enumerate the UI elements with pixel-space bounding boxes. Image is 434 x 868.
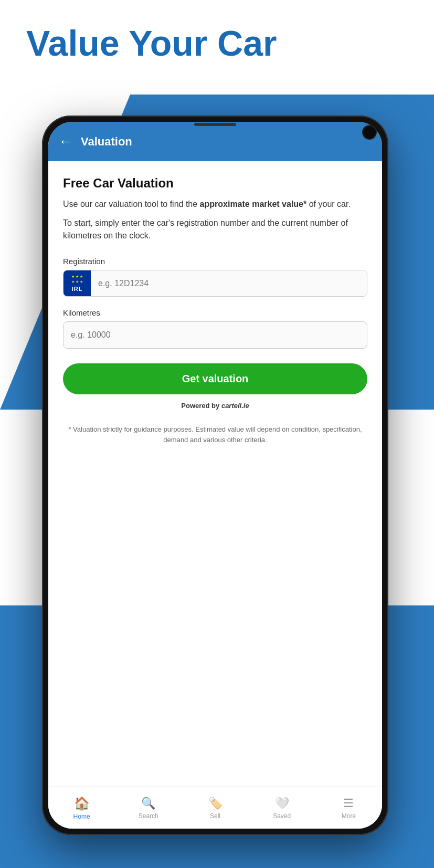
desc1-bold: approximate market value* xyxy=(200,200,307,208)
home-icon: 🏠 xyxy=(74,796,90,811)
cartell-brand: cartell.ie xyxy=(221,402,249,410)
irl-stars: ★ ★ ★ ★ ★ ★ xyxy=(71,275,83,284)
registration-label: Registration xyxy=(63,257,367,266)
nav-saved[interactable]: 🤍 Saved xyxy=(249,797,315,820)
registration-input-wrapper: ★ ★ ★ ★ ★ ★ IRL xyxy=(63,270,367,297)
nav-search[interactable]: 🔍 Search xyxy=(115,797,182,820)
desc1-end: of your car. xyxy=(306,200,351,208)
search-icon: 🔍 xyxy=(141,797,155,810)
section-title: Free Car Valuation xyxy=(63,176,367,191)
get-valuation-button[interactable]: Get valuation xyxy=(63,363,367,394)
app-content: Free Car Valuation Use our car valuation… xyxy=(48,161,382,787)
nav-more[interactable]: ☰ More xyxy=(315,797,382,820)
back-button[interactable]: ← xyxy=(59,133,72,150)
description-2: To start, simply enter the car's registr… xyxy=(63,217,367,242)
nav-home-label: Home xyxy=(73,813,90,820)
star-1: ★ xyxy=(71,275,75,279)
app-header: ← Valuation xyxy=(48,122,382,161)
page-title: Value Your Car xyxy=(26,24,277,63)
sell-icon: 🏷️ xyxy=(208,797,223,810)
nav-home[interactable]: 🏠 Home xyxy=(48,796,115,820)
disclaimer: * Valuation strictly for guidance purpos… xyxy=(63,424,367,445)
powered-by-prefix: Powered by xyxy=(181,402,221,410)
phone-screen: ← Valuation Free Car Valuation Use our c… xyxy=(48,122,382,829)
powered-by: Powered by cartell.ie xyxy=(63,402,367,410)
notch-line xyxy=(194,123,236,126)
header-title: Valuation xyxy=(81,135,372,149)
irl-text: IRL xyxy=(72,286,83,292)
kilometres-input[interactable] xyxy=(63,322,367,348)
registration-input[interactable] xyxy=(91,270,367,296)
more-icon: ☰ xyxy=(343,797,354,810)
camera-hole xyxy=(362,125,377,140)
saved-icon: 🤍 xyxy=(275,797,289,810)
form-section: Registration ★ ★ ★ ★ ★ ★ IRL xyxy=(63,257,367,445)
phone-frame: ← Valuation Free Car Valuation Use our c… xyxy=(42,116,388,835)
nav-saved-label: Saved xyxy=(273,812,291,820)
star-4: ★ xyxy=(71,280,75,284)
description-1: Use our car valuation tool to find the a… xyxy=(63,198,367,211)
nav-sell-label: Sell xyxy=(210,812,220,820)
kilometres-input-wrapper xyxy=(63,321,367,349)
star-6: ★ xyxy=(80,280,83,284)
nav-more-label: More xyxy=(342,812,356,820)
star-5: ★ xyxy=(76,280,79,284)
kilometres-label: Kilometres xyxy=(63,308,367,317)
star-3: ★ xyxy=(80,275,83,279)
star-2: ★ xyxy=(76,275,79,279)
nav-search-label: Search xyxy=(139,812,158,820)
desc1-plain: Use our car valuation tool to find the xyxy=(63,200,200,208)
bottom-nav: 🏠 Home 🔍 Search 🏷️ Sell 🤍 Saved ☰ More xyxy=(48,787,382,829)
nav-sell[interactable]: 🏷️ Sell xyxy=(182,797,248,820)
irl-badge: ★ ★ ★ ★ ★ ★ IRL xyxy=(63,270,91,296)
